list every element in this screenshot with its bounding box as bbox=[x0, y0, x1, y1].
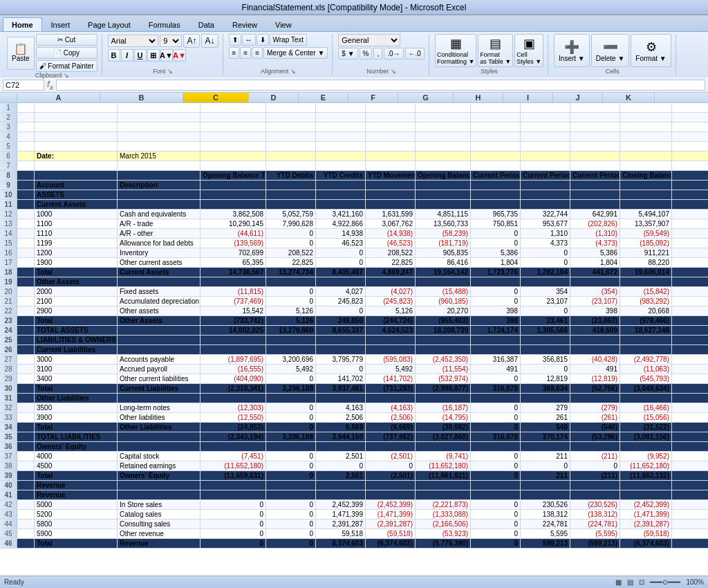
table-row[interactable]: 445800Consulting sales002,391,287(2,391,… bbox=[0, 520, 708, 529]
cell[interactable]: (16,187) bbox=[416, 403, 471, 412]
cell[interactable] bbox=[366, 113, 416, 122]
format-as-table-button[interactable]: ▤ Formatas Table ▼ bbox=[478, 34, 513, 67]
align-left-button[interactable]: ≡ bbox=[229, 47, 240, 59]
cell[interactable]: 0 bbox=[201, 500, 266, 509]
cell[interactable] bbox=[620, 336, 672, 344]
cell[interactable] bbox=[316, 190, 366, 199]
delete-button[interactable]: ➖ Delete ▼ bbox=[591, 34, 630, 67]
cell[interactable] bbox=[17, 103, 35, 112]
cell[interactable]: (224,781) bbox=[570, 520, 620, 529]
table-row[interactable]: 202000Fixed assets(11,815)04,027(4,027)(… bbox=[0, 287, 708, 297]
cell[interactable] bbox=[17, 122, 35, 131]
cell[interactable]: Current Assets bbox=[118, 268, 201, 277]
cell[interactable] bbox=[416, 122, 471, 131]
table-row[interactable]: 25LIABILITIES & OWNERS' EQUITY bbox=[0, 336, 708, 345]
cell[interactable]: 5200 bbox=[35, 510, 118, 519]
cell[interactable]: (23,063) bbox=[570, 316, 620, 325]
cell[interactable]: Fixed assets bbox=[118, 287, 201, 296]
cell[interactable]: Description bbox=[118, 181, 201, 190]
table-row[interactable]: 435200Catalog sales001,471,399(1,471,399… bbox=[0, 510, 708, 520]
border-button[interactable]: ⊞ bbox=[147, 49, 160, 62]
cell[interactable]: 0 bbox=[471, 374, 521, 383]
table-row[interactable]: 7 bbox=[0, 161, 708, 171]
cell[interactable]: (11,652,180) bbox=[416, 461, 471, 470]
cell[interactable] bbox=[17, 461, 35, 470]
cell[interactable] bbox=[118, 481, 201, 490]
conditional-formatting-button[interactable]: ▦ ConditionalFormatting ▼ bbox=[435, 34, 476, 67]
cell[interactable] bbox=[266, 345, 316, 354]
cell[interactable]: Total bbox=[35, 539, 118, 548]
cell[interactable]: (244,724) bbox=[366, 316, 416, 325]
cell[interactable]: (14,795) bbox=[416, 413, 471, 422]
table-row[interactable]: 222900Other assets15,5425,12605,12620,27… bbox=[0, 306, 708, 316]
cell[interactable]: 0 bbox=[266, 413, 316, 422]
cell[interactable]: (15,488) bbox=[416, 287, 471, 296]
col-header-k[interactable]: K bbox=[603, 93, 655, 102]
tab-formulas[interactable]: Formulas bbox=[140, 17, 189, 31]
cell[interactable] bbox=[471, 181, 521, 190]
tab-data[interactable]: Data bbox=[189, 17, 223, 31]
cell[interactable]: ASSETS bbox=[35, 190, 118, 199]
cell[interactable]: (2,452,399) bbox=[366, 500, 416, 509]
cell[interactable] bbox=[620, 161, 672, 170]
cell[interactable] bbox=[118, 142, 201, 151]
cell[interactable]: 1,724,174 bbox=[471, 326, 521, 335]
cell[interactable]: 245,823 bbox=[316, 297, 366, 306]
cell[interactable] bbox=[620, 190, 672, 199]
cell[interactable] bbox=[521, 442, 570, 451]
table-row[interactable]: 34TotalOther Liabilities(24,853)06,669(6… bbox=[0, 423, 708, 432]
cell[interactable]: 3,421,160 bbox=[316, 210, 366, 219]
cell[interactable] bbox=[471, 161, 521, 170]
cell[interactable] bbox=[620, 481, 672, 490]
table-row[interactable]: 384500Retained earnings(11,652,180)000(1… bbox=[0, 461, 708, 471]
cell[interactable]: 370,174 bbox=[521, 432, 570, 441]
cell[interactable]: 4,851,115 bbox=[416, 210, 471, 219]
cell[interactable] bbox=[471, 277, 521, 286]
cell[interactable] bbox=[201, 345, 266, 354]
cell[interactable] bbox=[620, 345, 672, 354]
table-row[interactable]: 18TotalCurrent Assets14,736,56713,274,73… bbox=[0, 268, 708, 277]
cell[interactable]: Revenue bbox=[35, 490, 118, 499]
cell[interactable]: (2,506) bbox=[366, 413, 416, 422]
cell[interactable] bbox=[17, 239, 35, 248]
cell[interactable] bbox=[521, 151, 570, 160]
cell[interactable]: 0 bbox=[201, 520, 266, 529]
cell[interactable]: 3,795,779 bbox=[316, 355, 366, 364]
cell[interactable] bbox=[620, 132, 672, 141]
cell[interactable]: Owners' Equity bbox=[118, 471, 201, 480]
cell[interactable]: (3,049,634) bbox=[620, 384, 672, 393]
cell[interactable]: 0 bbox=[471, 520, 521, 529]
cell[interactable]: 0 bbox=[266, 239, 316, 248]
cell[interactable] bbox=[316, 122, 366, 131]
cell[interactable]: 0 bbox=[521, 461, 570, 470]
cell[interactable]: YTD Movement bbox=[366, 171, 416, 180]
cell[interactable] bbox=[17, 510, 35, 519]
cell[interactable]: 3,200,696 bbox=[266, 355, 316, 364]
cell[interactable] bbox=[366, 336, 416, 344]
cell[interactable] bbox=[201, 161, 266, 170]
cell[interactable]: 1,804 bbox=[570, 258, 620, 267]
cell[interactable]: 14,002,825 bbox=[201, 326, 266, 335]
fill-color-button[interactable]: A▼ bbox=[160, 49, 173, 62]
cell[interactable] bbox=[316, 336, 366, 344]
cell[interactable] bbox=[471, 394, 521, 403]
table-row[interactable]: 3 bbox=[0, 122, 708, 132]
underline-button[interactable]: U bbox=[134, 49, 147, 62]
cell[interactable]: 322,744 bbox=[521, 210, 570, 219]
table-row[interactable]: 23TotalOther Assets(733,742)5,126249,850… bbox=[0, 316, 708, 326]
table-row[interactable]: 35TOTAL LIABILITIES(2,343,194)3,206,1883… bbox=[0, 432, 708, 442]
table-row[interactable]: 2 bbox=[0, 113, 708, 122]
cell[interactable] bbox=[118, 103, 201, 112]
cell[interactable] bbox=[266, 161, 316, 170]
cell[interactable]: Revenue bbox=[118, 539, 201, 548]
cell[interactable]: Total bbox=[35, 423, 118, 432]
cell[interactable]: 0 bbox=[266, 510, 316, 519]
cell[interactable] bbox=[17, 365, 35, 374]
cell[interactable] bbox=[316, 113, 366, 122]
cell[interactable]: 965,735 bbox=[471, 210, 521, 219]
cell[interactable] bbox=[366, 122, 416, 131]
cell[interactable] bbox=[416, 490, 471, 499]
cell[interactable]: 0 bbox=[316, 306, 366, 315]
cell[interactable]: 0 bbox=[471, 461, 521, 470]
cell[interactable]: (1,310) bbox=[570, 229, 620, 238]
